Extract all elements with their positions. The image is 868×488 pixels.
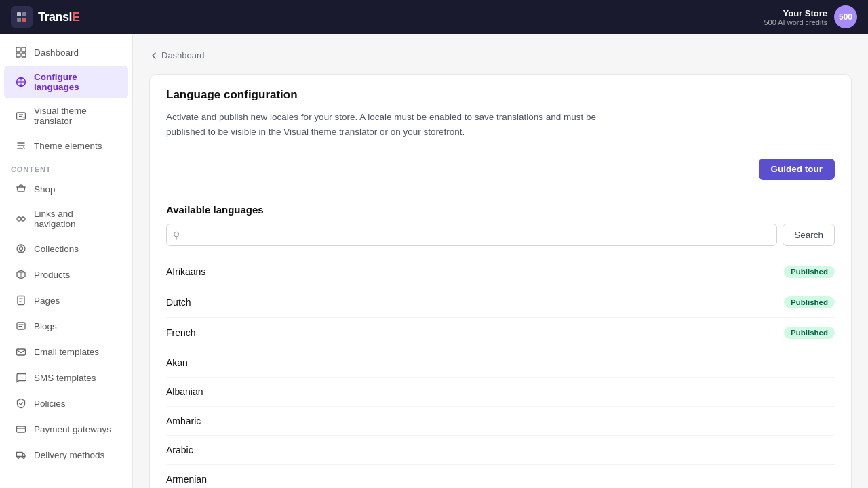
search-button[interactable]: Search (783, 224, 835, 246)
list-item[interactable]: Akan (166, 348, 835, 378)
sidebar-item-visual-theme-translator[interactable]: Visual theme translator (4, 100, 128, 132)
list-item[interactable]: Amharic (166, 407, 835, 436)
sidebar-item-sms-templates-label: SMS templates (34, 373, 96, 383)
sidebar-item-products[interactable]: Products (4, 262, 128, 287)
breadcrumb: Dashboard (149, 50, 852, 60)
sidebar-item-collections[interactable]: Collections (4, 237, 128, 261)
store-name: Your Store (764, 8, 827, 18)
svg-rect-5 (22, 47, 26, 52)
list-item[interactable]: DutchPublished (166, 287, 835, 318)
header-user-area: Your Store 500 AI word credits 500 (764, 5, 857, 28)
logo-icon (11, 6, 33, 28)
published-badge: Published (784, 296, 835, 308)
sidebar-item-products-label: Products (34, 270, 70, 280)
sidebar-item-pages-label: Pages (34, 296, 60, 306)
svg-point-36 (23, 457, 25, 459)
sidebar-item-dashboard[interactable]: Dashboard (4, 40, 128, 64)
main-layout: Dashboard Configure languages (0, 34, 868, 488)
pages-icon (15, 294, 27, 306)
sidebar-item-email-templates[interactable]: Email templates (4, 340, 128, 364)
sidebar-item-blogs[interactable]: Blogs (4, 314, 128, 338)
list-item[interactable]: Arabic (166, 436, 835, 465)
breadcrumb-back-label: Dashboard (161, 50, 205, 60)
sidebar-item-delivery-methods[interactable]: Delivery methods (4, 443, 128, 467)
sms-icon (15, 371, 27, 384)
sidebar-item-visual-theme-label: Visual theme translator (34, 106, 117, 126)
language-name: Akan (166, 357, 188, 368)
logo-text: TranslE (38, 10, 80, 24)
breadcrumb-back-button[interactable]: Dashboard (149, 50, 205, 60)
sidebar-item-links-navigation-label: Links and navigation (34, 209, 117, 229)
sidebar-item-policies[interactable]: Policies (4, 391, 128, 415)
logo: TranslE (11, 6, 80, 28)
sidebar-item-pages[interactable]: Pages (4, 288, 128, 312)
svg-rect-7 (22, 53, 26, 57)
svg-rect-0 (17, 12, 21, 16)
language-name: French (166, 327, 196, 338)
svg-rect-1 (22, 12, 26, 16)
configure-languages-icon (15, 76, 27, 88)
svg-point-19 (20, 247, 23, 251)
delivery-icon (15, 449, 27, 461)
svg-rect-6 (16, 53, 20, 57)
list-item[interactable]: FrenchPublished (166, 318, 835, 348)
sidebar-item-configure-languages[interactable]: Configure languages (4, 66, 128, 98)
blogs-icon (15, 320, 27, 332)
avatar: 500 (834, 5, 857, 28)
search-input-wrap: ⚲ (166, 224, 777, 246)
language-name: Albanian (166, 386, 203, 397)
theme-elements-icon: A (15, 140, 27, 152)
list-item[interactable]: Albanian (166, 378, 835, 407)
sidebar-item-payment-gateways[interactable]: Payment gateways (4, 417, 128, 441)
list-item[interactable]: Armenian (166, 465, 835, 488)
svg-point-13 (24, 117, 25, 119)
sidebar-item-theme-elements-label: Theme elements (34, 141, 102, 151)
sidebar-item-shop[interactable]: Shop (4, 177, 128, 201)
svg-rect-3 (22, 18, 26, 22)
sidebar-item-sms-templates[interactable]: SMS templates (4, 365, 128, 390)
policies-icon (15, 397, 27, 409)
search-icon: ⚲ (173, 230, 180, 241)
available-languages-title: Available languages (150, 190, 851, 224)
store-info: Your Store 500 AI word credits (764, 8, 827, 26)
published-badge: Published (784, 266, 835, 278)
search-input[interactable] (166, 224, 777, 246)
card-title: Language configuration (166, 88, 835, 102)
language-configuration-card: Language configuration Activate and publ… (149, 74, 852, 488)
language-name: Armenian (166, 474, 207, 485)
svg-point-35 (18, 457, 20, 459)
sidebar-item-email-templates-label: Email templates (34, 347, 99, 357)
store-credits: 500 AI word credits (764, 18, 827, 26)
dashboard-icon (15, 46, 27, 58)
language-list: AfrikaansPublishedDutchPublishedFrenchPu… (150, 257, 851, 488)
card-header: Language configuration Activate and publ… (150, 75, 851, 150)
svg-rect-33 (17, 426, 26, 432)
sidebar-item-links-navigation[interactable]: Links and navigation (4, 203, 128, 235)
visual-theme-icon (15, 110, 27, 122)
sidebar: Dashboard Configure languages (0, 34, 133, 488)
content-area: Dashboard Language configuration Activat… (133, 34, 868, 488)
app-header: TranslE Your Store 500 AI word credits 5… (0, 0, 868, 34)
collections-icon (15, 243, 27, 255)
email-icon (15, 346, 27, 358)
sidebar-item-delivery-methods-label: Delivery methods (34, 450, 104, 460)
sidebar-item-theme-elements[interactable]: A Theme elements (4, 134, 128, 158)
guided-tour-button[interactable]: Guided tour (759, 159, 835, 180)
sidebar-item-shop-label: Shop (34, 184, 56, 195)
sidebar-item-dashboard-label: Dashboard (34, 47, 79, 58)
language-name: Amharic (166, 415, 201, 426)
shop-icon (15, 183, 27, 195)
svg-point-15 (17, 217, 21, 221)
sidebar-item-collections-label: Collections (34, 244, 79, 254)
logo-highlight: E (72, 10, 80, 24)
svg-text:A: A (22, 146, 25, 150)
published-badge: Published (784, 327, 835, 339)
card-actions: Guided tour (150, 150, 851, 190)
language-name: Afrikaans (166, 266, 205, 277)
sidebar-item-payment-gateways-label: Payment gateways (34, 424, 111, 434)
links-icon (15, 213, 27, 225)
list-item[interactable]: AfrikaansPublished (166, 257, 835, 287)
language-name: Dutch (166, 297, 191, 308)
svg-point-16 (21, 217, 25, 221)
sidebar-item-blogs-label: Blogs (34, 321, 57, 331)
